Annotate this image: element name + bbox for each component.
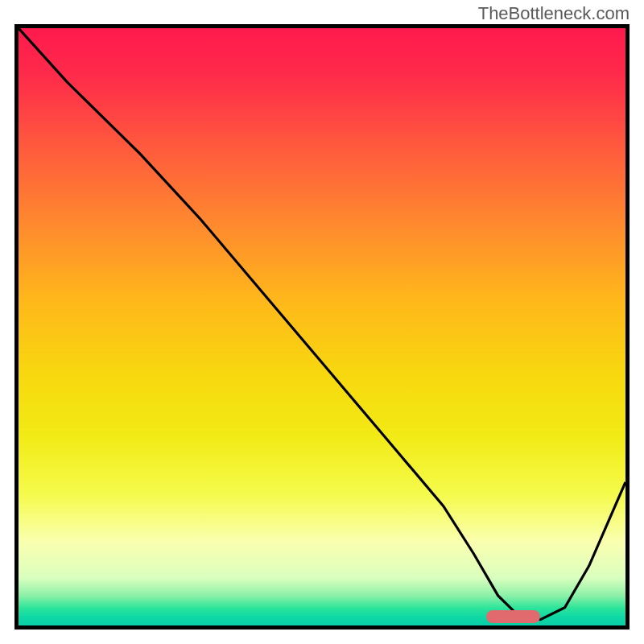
watermark-text: TheBottleneck.com xyxy=(478,3,630,24)
curve-path xyxy=(19,28,625,620)
optimal-range-marker xyxy=(486,610,541,623)
chart-frame xyxy=(14,24,630,630)
curve-svg xyxy=(19,28,625,625)
